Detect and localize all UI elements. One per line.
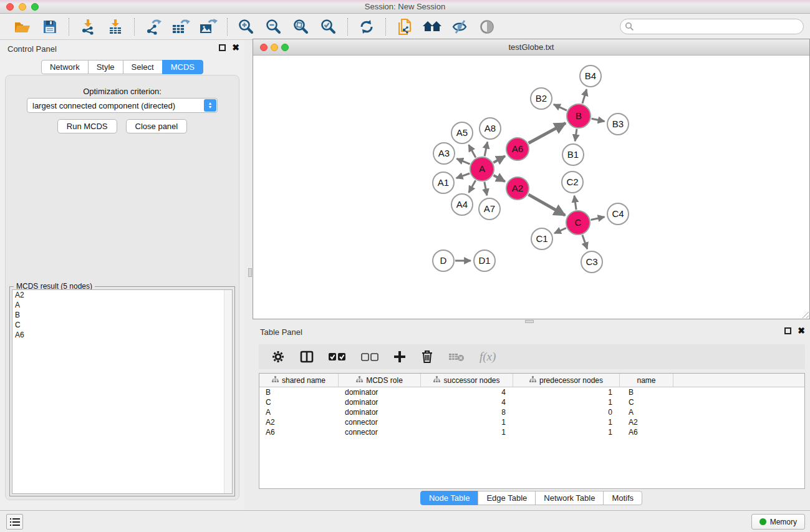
- table-cell[interactable]: dominator: [339, 397, 421, 407]
- graph-edge-A-A3[interactable]: [456, 158, 470, 164]
- tab-select[interactable]: Select: [123, 60, 163, 74]
- graph-edge-A-A4[interactable]: [469, 180, 476, 193]
- table-cell[interactable]: dominator: [339, 387, 421, 397]
- close-panel-button[interactable]: Close panel: [126, 119, 188, 133]
- network-close-button[interactable]: [260, 44, 268, 51]
- graph-node-C1[interactable]: C1: [531, 228, 552, 249]
- graph-node-B[interactable]: B: [567, 104, 591, 128]
- graph-node-A6[interactable]: A6: [506, 138, 529, 160]
- column-header-shared-name[interactable]: shared name: [259, 374, 339, 387]
- tab-motifs[interactable]: Motifs: [603, 491, 642, 505]
- optimization-criterion-select[interactable]: largest connected component (directed) ▲…: [27, 98, 218, 113]
- minimize-window-button[interactable]: [19, 3, 26, 11]
- maximize-window-button[interactable]: [31, 3, 39, 11]
- graph-edge-B-B3[interactable]: [592, 118, 605, 121]
- graph-node-C4[interactable]: C4: [607, 203, 629, 225]
- mcds-result-item[interactable]: A6: [12, 330, 232, 340]
- table-cell[interactable]: A6: [259, 427, 339, 437]
- close-window-button[interactable]: [6, 3, 14, 11]
- graph-node-A3[interactable]: A3: [433, 143, 455, 164]
- table-cell[interactable]: 1: [513, 417, 620, 427]
- table-cell[interactable]: C: [259, 397, 339, 407]
- graph-edge-A-A1[interactable]: [456, 173, 470, 178]
- graph-node-A4[interactable]: A4: [451, 194, 473, 215]
- tab-network[interactable]: Network: [41, 60, 89, 74]
- graph-node-A1[interactable]: A1: [433, 172, 454, 193]
- table-cell[interactable]: B: [620, 387, 673, 397]
- task-history-button[interactable]: [6, 514, 23, 530]
- table-cell[interactable]: 1: [513, 427, 620, 437]
- close-panel-icon[interactable]: ✖: [232, 44, 239, 51]
- mcds-result-item[interactable]: A2: [12, 290, 232, 300]
- network-maximize-button[interactable]: [281, 44, 289, 51]
- graph-edge-A-A7[interactable]: [485, 182, 487, 196]
- table-cell[interactable]: connector: [339, 427, 421, 437]
- table-cell[interactable]: 8: [421, 407, 513, 417]
- table-cell[interactable]: A2: [620, 417, 673, 427]
- table-settings-icon[interactable]: [271, 350, 285, 364]
- vertical-split-handle[interactable]: [248, 268, 252, 277]
- table-cell[interactable]: 1: [421, 427, 513, 437]
- float-table-panel-icon[interactable]: [784, 327, 791, 334]
- graph-node-A5[interactable]: A5: [451, 122, 473, 143]
- table-row[interactable]: Cdominator41C: [259, 397, 804, 407]
- table-cell[interactable]: 1: [421, 417, 513, 427]
- tab-network-table[interactable]: Network Table: [535, 491, 604, 505]
- graph-node-B4[interactable]: B4: [580, 65, 601, 87]
- import-network-icon[interactable]: [77, 17, 99, 37]
- clone-network-icon[interactable]: [393, 17, 416, 37]
- table-cell[interactable]: A6: [620, 427, 673, 437]
- table-cell[interactable]: 4: [421, 387, 513, 397]
- open-cybrowser-icon[interactable]: [421, 17, 443, 37]
- mcds-result-item[interactable]: B: [12, 310, 232, 320]
- graph-node-B1[interactable]: B1: [562, 144, 584, 165]
- zoom-out-icon[interactable]: [263, 17, 285, 37]
- split-view-icon[interactable]: [300, 351, 314, 363]
- graph-edge-A-A6[interactable]: [493, 156, 505, 162]
- mcds-result-item[interactable]: C: [12, 320, 232, 330]
- export-image-icon[interactable]: [197, 17, 219, 37]
- network-minimize-button[interactable]: [271, 44, 278, 51]
- export-network-icon[interactable]: [142, 17, 165, 37]
- graph-edge-A-A8[interactable]: [485, 142, 488, 157]
- graph-edge-A6-B[interactable]: [529, 123, 566, 143]
- graph-node-A[interactable]: A: [470, 157, 494, 181]
- table-cell[interactable]: C: [620, 397, 673, 407]
- table-cell[interactable]: A2: [259, 417, 339, 427]
- tab-mcds[interactable]: MCDS: [162, 60, 203, 74]
- column-header-predecessor-nodes[interactable]: predecessor nodes: [513, 374, 620, 387]
- graph-edge-A2-C[interactable]: [528, 195, 565, 215]
- table-cell[interactable]: dominator: [339, 407, 421, 417]
- save-session-icon[interactable]: [39, 17, 61, 37]
- graph-node-C2[interactable]: C2: [562, 172, 583, 193]
- unselect-all-columns-icon[interactable]: [361, 353, 378, 361]
- graph-edge-C-C3[interactable]: [582, 235, 587, 249]
- network-canvas[interactable]: AA1A2A3A4A5A6A7A8BB1B2B3B4CC1C2C3C4DD1: [253, 56, 809, 319]
- graph-node-C[interactable]: C: [566, 211, 590, 235]
- graph-node-A7[interactable]: A7: [479, 198, 500, 220]
- graph-node-C3[interactable]: C3: [581, 251, 602, 273]
- memory-button[interactable]: Memory: [751, 514, 805, 530]
- tab-style[interactable]: Style: [88, 60, 123, 74]
- graph-node-D1[interactable]: D1: [474, 250, 495, 271]
- column-header-name[interactable]: name: [620, 374, 673, 387]
- table-cell[interactable]: B: [259, 387, 339, 397]
- column-header-successor-nodes[interactable]: successor nodes: [421, 374, 513, 387]
- table-cell[interactable]: A: [620, 407, 673, 417]
- graph-node-B2[interactable]: B2: [531, 88, 552, 109]
- table-cell[interactable]: 1: [513, 387, 620, 397]
- mcds-result-item[interactable]: A: [12, 300, 232, 310]
- export-table-icon[interactable]: [170, 17, 192, 37]
- refresh-icon[interactable]: [355, 17, 378, 37]
- zoom-fit-icon[interactable]: [290, 17, 312, 37]
- table-cell[interactable]: connector: [339, 417, 421, 427]
- graph-node-A2[interactable]: A2: [506, 177, 529, 200]
- network-window-titlebar[interactable]: testGlobe.txt: [253, 39, 809, 56]
- column-header-mcds-role[interactable]: MCDS role: [339, 374, 421, 387]
- float-panel-icon[interactable]: [219, 44, 226, 51]
- table-row[interactable]: A6connector11A6: [259, 427, 804, 437]
- graph-edge-A-A5[interactable]: [469, 145, 476, 157]
- table-row[interactable]: Bdominator41B: [259, 387, 804, 397]
- table-cell[interactable]: 0: [513, 407, 620, 417]
- table-cell[interactable]: A: [259, 407, 339, 417]
